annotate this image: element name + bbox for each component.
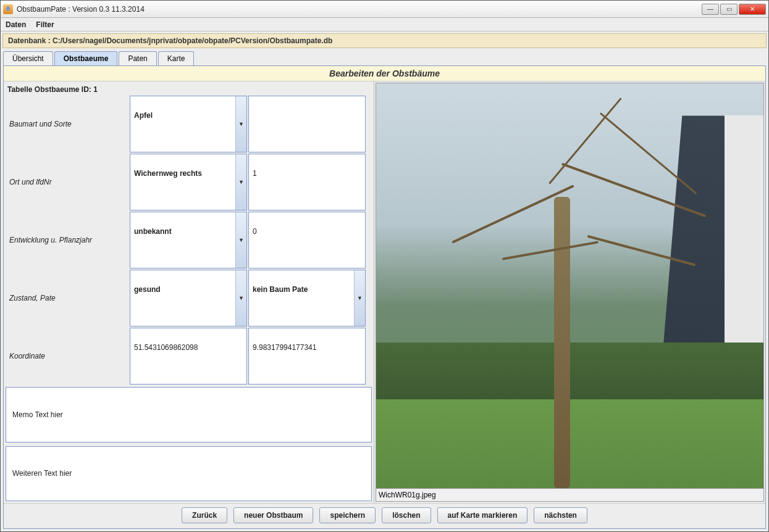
combo-ort[interactable]: Wichernweg rechts ▼ [130, 154, 247, 210]
input-lat[interactable]: 51.5431069862098 [130, 328, 247, 384]
table-id-label: Tabelle Obstbaeume ID: 1 [4, 81, 374, 95]
input-sorte[interactable] [248, 96, 366, 152]
maximize-button[interactable]: ▭ [720, 4, 737, 15]
tab-uebersicht[interactable]: Übersicht [3, 51, 53, 65]
menubar: Daten Filter [1, 18, 768, 31]
label-zustand: Zustand, Pate [6, 269, 129, 327]
combo-ort-value: Wichernweg rechts [130, 154, 206, 178]
combo-entwicklung-value: unbekannt [130, 212, 175, 236]
back-button[interactable]: Zurück [182, 507, 227, 523]
tab-bar: Übersicht Obstbaeume Paten Karte [3, 51, 766, 65]
button-bar: Zurück neuer Obstbaum speichern löschen … [4, 503, 765, 528]
combo-zustand[interactable]: gesund ▼ [130, 270, 247, 326]
memo-1-text: Memo Text hier [12, 410, 63, 419]
window-title: ObstbaumPate : Version 0.3 11.3.2014 [17, 5, 702, 14]
input-sorte-value [249, 96, 256, 111]
tab-obstbaeume[interactable]: Obstbaeume [54, 51, 118, 65]
combo-baumart-value: Apfel [130, 96, 156, 120]
app-window: ObstbaumPate : Version 0.3 11.3.2014 — ▭… [0, 0, 769, 532]
label-koordinate: Koordinate [6, 327, 129, 385]
minimize-button[interactable]: — [702, 4, 719, 15]
save-button[interactable]: speichern [319, 507, 376, 523]
memo-2-text: Weiteren Text hier [12, 469, 72, 478]
input-lfdnr-value: 1 [249, 154, 261, 178]
form-panel: Tabelle Obstbaeume ID: 1 Baumart und Sor… [4, 81, 374, 503]
menu-filter[interactable]: Filter [36, 20, 54, 29]
app-icon [3, 4, 13, 14]
tab-karte[interactable]: Karte [158, 51, 195, 65]
mark-on-map-button[interactable]: auf Karte markieren [437, 507, 528, 523]
combo-zustand-value: gesund [130, 270, 164, 294]
label-baumart: Baumart und Sorte [6, 95, 129, 153]
image-panel: WichWR01g.jpeg [374, 81, 765, 503]
section-title: Bearbeiten der Obstbäume [4, 66, 765, 81]
chevron-down-icon[interactable]: ▼ [235, 212, 246, 268]
combo-pate[interactable]: kein Baum Pate ▼ [248, 270, 366, 326]
chevron-down-icon[interactable]: ▼ [235, 154, 246, 210]
input-lon-value: 9.98317994177341 [249, 328, 320, 352]
image-caption: WichWR01g.jpeg [376, 489, 764, 502]
body-split: Tabelle Obstbaeume ID: 1 Baumart und Sor… [4, 81, 765, 503]
tab-paten[interactable]: Paten [119, 51, 156, 65]
tree-branches-shape [446, 115, 725, 359]
label-ort: Ort und lfdNr [6, 153, 129, 211]
memo-field-1[interactable]: Memo Text hier [6, 387, 372, 443]
menu-daten[interactable]: Daten [6, 20, 26, 29]
input-lon[interactable]: 9.98317994177341 [248, 328, 366, 384]
chevron-down-icon[interactable]: ▼ [235, 96, 246, 152]
memo-field-2[interactable]: Weiteren Text hier [6, 446, 372, 502]
delete-button[interactable]: löschen [382, 507, 431, 523]
new-tree-button[interactable]: neuer Obstbaum [233, 507, 313, 523]
combo-entwicklung[interactable]: unbekannt ▼ [130, 212, 247, 268]
close-button[interactable]: ✕ [739, 4, 766, 15]
chevron-down-icon[interactable]: ▼ [235, 270, 246, 326]
input-lat-value: 51.5431069862098 [130, 328, 201, 352]
input-lfdnr[interactable]: 1 [248, 154, 366, 210]
database-path-banner: Datenbank : C:/Users/nagel/Documents/jnp… [2, 33, 767, 48]
form-grid: Baumart und Sorte Apfel ▼ Ort und lfdNr … [4, 95, 374, 385]
window-controls: — ▭ ✕ [702, 4, 766, 15]
tree-image [376, 83, 764, 489]
next-button[interactable]: nächsten [534, 507, 587, 523]
combo-pate-value: kein Baum Pate [249, 270, 311, 294]
input-pflanzjahr-value: 0 [249, 212, 261, 236]
titlebar: ObstbaumPate : Version 0.3 11.3.2014 — ▭… [1, 1, 768, 18]
input-pflanzjahr[interactable]: 0 [248, 212, 366, 268]
content-panel: Bearbeiten der Obstbäume Tabelle Obstbae… [3, 65, 766, 529]
combo-baumart[interactable]: Apfel ▼ [130, 96, 247, 152]
chevron-down-icon[interactable]: ▼ [354, 270, 365, 326]
label-entwicklung: Entwicklung u. Pflanzjahr [6, 211, 129, 269]
